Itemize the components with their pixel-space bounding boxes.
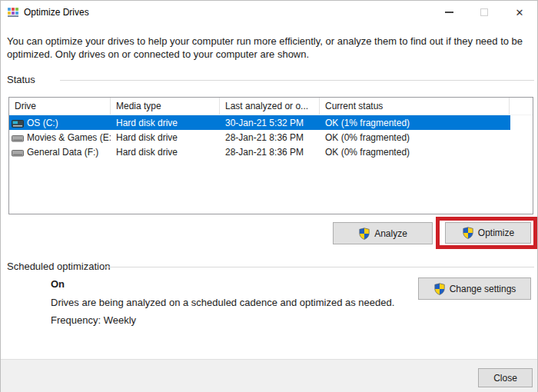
column-header-current-status[interactable]: Current status	[320, 98, 510, 115]
status-section-label: Status	[7, 74, 35, 85]
column-header-last-analyzed[interactable]: Last analyzed or o...	[220, 98, 320, 115]
optimize-drives-window: Optimize Drives ✕ You can optimize your …	[0, 0, 538, 392]
minimize-button[interactable]	[431, 1, 467, 24]
media-type-cell: Hard disk drive	[111, 132, 220, 143]
close-button[interactable]: Close	[478, 368, 533, 387]
analyze-button-label: Analyze	[374, 228, 407, 239]
table-row-general-data-f[interactable]: General Data (F:) Hard disk drive 28-Jan…	[9, 145, 510, 159]
titlebar: Optimize Drives ✕	[1, 1, 537, 24]
media-type-cell: Hard disk drive	[111, 147, 220, 158]
window-title: Optimize Drives	[24, 7, 89, 18]
close-window-button[interactable]: ✕	[502, 1, 537, 24]
analyze-button[interactable]: Analyze	[333, 222, 433, 244]
uac-shield-icon	[433, 283, 446, 295]
drive-cell: General Data (F:)	[9, 147, 111, 158]
drive-cell: Movies & Games (E:)	[9, 132, 111, 143]
column-header-media-type[interactable]: Media type	[111, 98, 220, 115]
drive-cell: OS (C:)	[9, 118, 111, 128]
column-header-filler	[510, 98, 533, 115]
close-button-label: Close	[493, 373, 517, 384]
uac-shield-icon	[462, 227, 474, 239]
minimize-icon	[445, 12, 453, 13]
scheduled-section-rule	[105, 267, 534, 267]
current-status-cell: OK (0% fragmented)	[320, 147, 510, 158]
media-type-cell: Hard disk drive	[111, 118, 220, 128]
os-drive-icon	[12, 118, 24, 128]
drives-table: Drive Media type Last analyzed or o... C…	[8, 97, 533, 214]
maximize-icon	[480, 8, 488, 16]
last-analyzed-cell: 30-Jan-21 5:32 PM	[220, 118, 320, 128]
schedule-state: On	[51, 278, 65, 290]
change-settings-button[interactable]: Change settings	[418, 277, 531, 300]
drive-name: Movies & Games (E:)	[27, 132, 111, 143]
drive-icon	[12, 133, 24, 142]
drive-icon	[12, 148, 24, 157]
schedule-description: Drives are being analyzed on a scheduled…	[51, 297, 394, 308]
drive-name: OS (C:)	[27, 118, 58, 128]
table-row-os-c[interactable]: OS (C:) Hard disk drive 30-Jan-21 5:32 P…	[9, 115, 510, 130]
current-status-cell: OK (0% fragmented)	[320, 132, 510, 143]
table-row-movies-games-e[interactable]: Movies & Games (E:) Hard disk drive 28-J…	[9, 130, 510, 145]
change-settings-button-label: Change settings	[450, 284, 516, 294]
column-header-drive[interactable]: Drive	[9, 98, 111, 115]
close-icon: ✕	[516, 8, 524, 18]
status-section-rule	[60, 80, 534, 81]
optimize-button[interactable]: Optimize	[445, 222, 531, 244]
scheduled-section-label: Scheduled optimization	[7, 261, 110, 272]
defrag-app-icon	[7, 6, 19, 18]
footer-bar	[1, 359, 537, 392]
current-status-cell: OK (1% fragmented)	[320, 118, 510, 128]
schedule-frequency: Frequency: Weekly	[51, 314, 136, 326]
window-controls: ✕	[431, 1, 537, 24]
uac-shield-icon	[358, 228, 370, 240]
last-analyzed-cell: 28-Jan-21 8:36 PM	[220, 132, 320, 143]
drives-table-header: Drive Media type Last analyzed or o... C…	[9, 98, 533, 115]
last-analyzed-cell: 28-Jan-21 8:36 PM	[220, 147, 320, 158]
intro-text: You can optimize your drives to help you…	[7, 35, 526, 61]
maximize-button	[467, 1, 502, 24]
drive-name: General Data (F:)	[27, 147, 98, 158]
optimize-button-label: Optimize	[478, 228, 514, 238]
